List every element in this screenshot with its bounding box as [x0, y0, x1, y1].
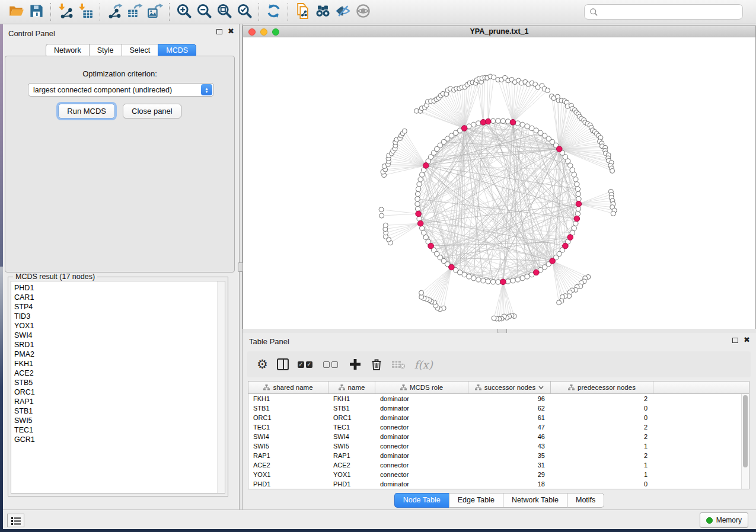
table-cell[interactable]: STB1	[328, 403, 375, 413]
table-cell[interactable]: 46	[468, 432, 551, 441]
column-header-MCDS-role[interactable]: MCDS role	[375, 382, 468, 393]
graph-node[interactable]	[490, 280, 495, 284]
tab-motifs[interactable]: Motifs	[567, 493, 604, 508]
refresh-layout-button[interactable]	[263, 2, 283, 22]
table-cell[interactable]: 0	[551, 403, 653, 413]
import-table-button[interactable]	[75, 2, 95, 22]
table-cell[interactable]: 2	[551, 451, 653, 460]
mcds-result-item[interactable]: TID3	[14, 312, 218, 321]
table-cell[interactable]: 0	[551, 479, 653, 489]
show-hide-details-button[interactable]	[353, 2, 373, 22]
clone-network-button[interactable]	[292, 2, 312, 22]
table-cell[interactable]: ORC1	[328, 413, 375, 422]
table-row[interactable]: SWI4SWI4dominator462	[248, 432, 749, 441]
graph-leaf-node[interactable]	[419, 290, 424, 295]
graph-node[interactable]	[575, 187, 580, 191]
table-cell[interactable]: 29	[468, 470, 551, 479]
mcds-result-item[interactable]: ORC1	[14, 387, 218, 397]
run-mcds-button[interactable]: Run MCDS	[58, 104, 115, 118]
graph-leaf-node[interactable]	[402, 129, 407, 133]
show-columns-button[interactable]	[277, 355, 289, 373]
graph-node[interactable]	[476, 121, 481, 126]
table-cell[interactable]: dominator	[375, 413, 468, 422]
graph-hub-node[interactable]	[563, 243, 569, 249]
graph-hub-node[interactable]	[550, 258, 556, 264]
graph-node[interactable]	[568, 163, 573, 168]
graph-node[interactable]	[417, 182, 422, 187]
table-row[interactable]: ACE2ACE2connector311	[248, 460, 749, 470]
mcds-result-item[interactable]: FKH1	[14, 359, 218, 368]
tab-edge-table[interactable]: Edge Table	[449, 493, 503, 508]
graph-node[interactable]	[415, 206, 420, 211]
mcds-result-item[interactable]: GCR1	[14, 435, 218, 444]
mcds-result-list[interactable]: PHD1CAR1STP4TID3YOX1SWI4SRD1PMA2FKH1ACE2…	[11, 281, 218, 493]
table-cell[interactable]: SWI5	[328, 441, 375, 451]
mcds-result-item[interactable]: CAR1	[14, 293, 218, 302]
column-header-predecessor-nodes[interactable]: predecessor nodes	[551, 382, 653, 393]
clear-selection-button[interactable]	[323, 355, 340, 373]
graph-leaf-node[interactable]	[610, 168, 615, 173]
export-image-button[interactable]	[145, 2, 165, 22]
graph-node[interactable]	[476, 277, 481, 282]
zoom-fit-button[interactable]	[214, 2, 234, 22]
horizontal-splitter[interactable]	[243, 329, 756, 333]
graph-node[interactable]	[506, 119, 511, 124]
mcds-result-item[interactable]: TEC1	[14, 425, 218, 435]
mcds-result-scrollbar[interactable]	[218, 281, 225, 493]
table-row[interactable]: YOX1YOX1connector291	[248, 470, 749, 479]
table-row[interactable]: PHD1PHD1dominator180	[248, 479, 749, 489]
graph-node[interactable]	[576, 206, 580, 211]
search-input[interactable]	[602, 6, 742, 18]
column-header-name[interactable]: name	[328, 382, 375, 393]
table-cell[interactable]: dominator	[375, 479, 468, 489]
table-row[interactable]: TEC1TEC1connector472	[248, 422, 749, 432]
table-cell[interactable]: 2	[551, 422, 653, 432]
column-header-shared-name[interactable]: shared name	[248, 382, 328, 393]
network-window-titlebar[interactable]: YPA_prune.txt_1	[243, 26, 755, 37]
graph-hub-node[interactable]	[416, 211, 422, 217]
table-cell[interactable]: 96	[468, 394, 551, 403]
mcds-result-item[interactable]: SWI5	[14, 416, 218, 425]
graph-hub-node[interactable]	[567, 235, 573, 241]
graph-node[interactable]	[570, 168, 575, 172]
table-cell[interactable]: 1	[551, 470, 653, 479]
show-panels-button[interactable]	[7, 514, 24, 527]
mcds-result-item[interactable]: STB5	[14, 378, 218, 387]
table-row[interactable]: STB1STB1dominator620	[248, 403, 749, 413]
table-cell[interactable]: SWI4	[328, 432, 375, 441]
graph-node[interactable]	[420, 172, 425, 177]
graph-node[interactable]	[572, 226, 576, 230]
graph-node[interactable]	[515, 121, 520, 126]
table-cell[interactable]: ORC1	[248, 413, 328, 422]
table-cell[interactable]: RAP1	[328, 451, 375, 460]
graph-leaf-node[interactable]	[383, 223, 388, 227]
select-all-button[interactable]: ✓✓	[298, 355, 314, 373]
graph-node[interactable]	[422, 230, 426, 235]
graph-leaf-node[interactable]	[492, 316, 496, 321]
graph-node[interactable]	[525, 124, 529, 129]
graph-leaf-node[interactable]	[492, 75, 496, 79]
mcds-result-item[interactable]: STP4	[14, 302, 218, 312]
mcds-result-item[interactable]: SWI4	[14, 331, 218, 340]
open-file-button[interactable]	[6, 2, 26, 22]
graph-node[interactable]	[515, 277, 520, 282]
mcds-result-item[interactable]: SRD1	[14, 340, 218, 350]
table-cell[interactable]: 18	[468, 479, 551, 489]
graph-node[interactable]	[471, 275, 476, 280]
mcds-result-item[interactable]: RAP1	[14, 397, 218, 406]
table-cell[interactable]: TEC1	[328, 422, 375, 432]
graph-node[interactable]	[486, 279, 490, 284]
graph-node[interactable]	[496, 118, 500, 123]
tab-network-table[interactable]: Network Table	[503, 493, 567, 508]
float-panel-icon[interactable]	[216, 29, 222, 34]
graph-leaf-node[interactable]	[379, 207, 384, 212]
graph-node[interactable]	[496, 280, 500, 284]
table-cell[interactable]: FKH1	[328, 394, 375, 403]
graph-node[interactable]	[471, 122, 476, 127]
table-cell[interactable]: FKH1	[248, 394, 328, 403]
graph-node[interactable]	[520, 122, 525, 127]
graph-hub-node[interactable]	[534, 270, 540, 275]
graph-node[interactable]	[467, 274, 471, 279]
table-cell[interactable]: RAP1	[248, 451, 328, 460]
network-search-field[interactable]	[584, 4, 743, 20]
